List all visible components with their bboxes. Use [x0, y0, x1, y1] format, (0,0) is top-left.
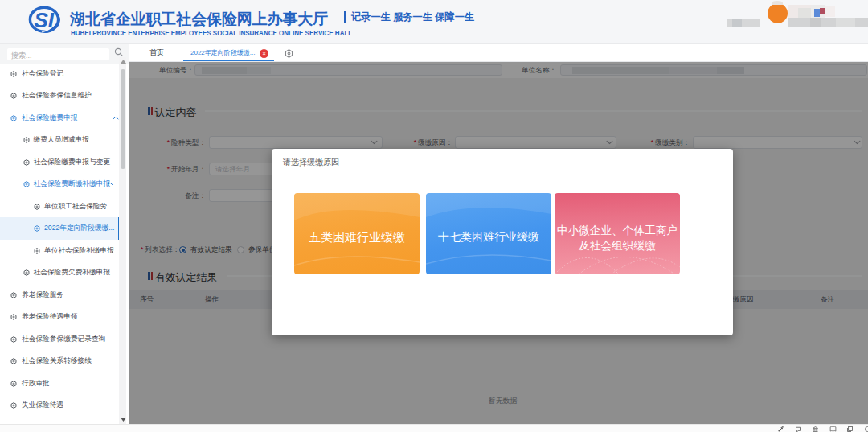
svg-text:SI: SI — [35, 8, 55, 32]
